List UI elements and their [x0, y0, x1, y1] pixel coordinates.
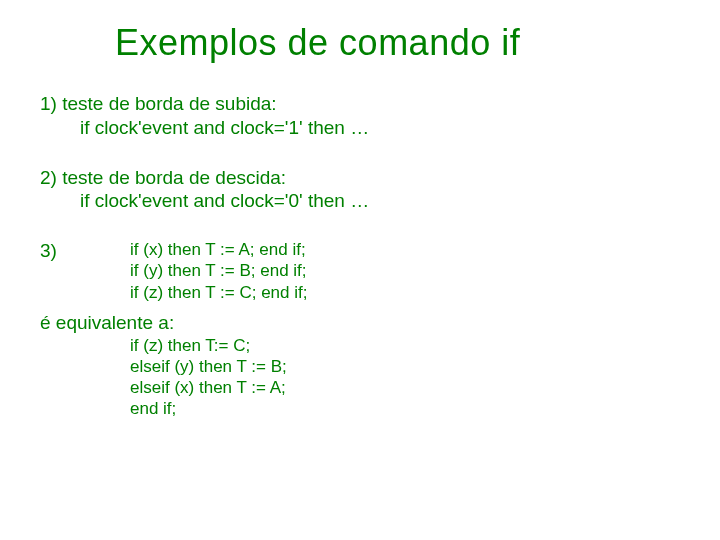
example-3-code-line-1: if (x) then T := A; end if; [130, 239, 307, 260]
equivalent-code-line-2: elseif (y) then T := B; [40, 356, 720, 377]
example-3-heading: 3) [40, 239, 90, 263]
example-2-code: if clock'event and clock='0' then … [40, 189, 720, 213]
example-3-code-line-2: if (y) then T := B; end if; [130, 260, 307, 281]
example-3-code-line-3: if (z) then T := C; end if; [130, 282, 307, 303]
spacer [40, 213, 720, 239]
equivalent-code-line-1: if (z) then T:= C; [40, 335, 720, 356]
spacer [40, 303, 720, 311]
slide-body: 1) teste de borda de subida: if clock'ev… [0, 64, 720, 420]
equivalent-code-line-3: elseif (x) then T := A; [40, 377, 720, 398]
slide-title: Exemplos de comando if [0, 0, 720, 64]
equivalent-code-line-4: end if; [40, 398, 720, 419]
example-1-code: if clock'event and clock='1' then … [40, 116, 720, 140]
slide: Exemplos de comando if 1) teste de borda… [0, 0, 720, 540]
example-2-heading: 2) teste de borda de descida: [40, 166, 720, 190]
example-1-heading: 1) teste de borda de subida: [40, 92, 720, 116]
spacer [40, 140, 720, 166]
equivalent-heading: é equivalente a: [40, 311, 720, 335]
